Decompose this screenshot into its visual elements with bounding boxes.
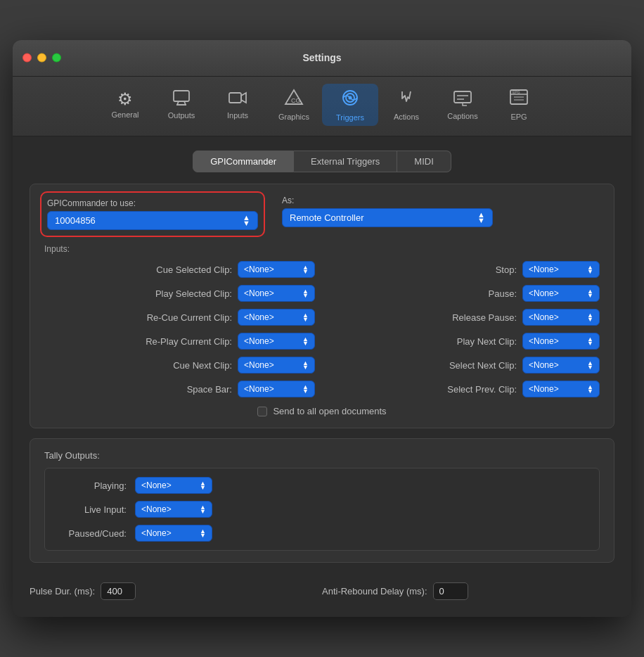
toolbar-item-epg[interactable]: EPG EPG — [491, 84, 547, 125]
tab-external-triggers[interactable]: External Triggers — [294, 151, 397, 172]
svg-rect-0 — [174, 91, 189, 101]
label-stop: Stop: — [496, 264, 517, 275]
triggers-icon — [340, 88, 360, 110]
chevron-play-selected: ▲▼ — [302, 289, 309, 298]
as-field: As: Remote Controller ▲▼ — [282, 196, 493, 227]
tally-label-paused-cued: Paused/Cued: — [56, 528, 127, 539]
label-cue-selected-clip: Cue Selected Clip: — [156, 264, 232, 275]
label-replay-current-clip: Re-Play Current Clip: — [146, 336, 232, 347]
tally-grid: Playing: <None> ▲▼ Live Input: <None> ▲▼ — [44, 468, 600, 551]
toolbar-item-actions[interactable]: Actions — [378, 84, 434, 125]
label-play-next-clip: Play Next Clip: — [457, 336, 517, 347]
gpi-commander-section: GPICommander to use: 10004856 ▲▼ As: Rem… — [30, 184, 614, 428]
chevron-stop: ▲▼ — [587, 265, 593, 274]
inputs-label: Inputs: — [44, 244, 600, 254]
send-all-label: Send to all open documents — [273, 406, 386, 416]
gpi-commander-select[interactable]: 10004856 ▲▼ — [47, 211, 258, 230]
label-select-prev-clip: Select Prev. Clip: — [447, 384, 517, 395]
select-pause[interactable]: <None> ▲▼ — [522, 285, 600, 302]
anti-rebound-field: Anti-Rebound Delay (ms): — [322, 582, 614, 600]
select-tally-paused-cued[interactable]: <None> ▲▼ — [135, 525, 212, 542]
maximize-button[interactable] — [52, 53, 61, 63]
tally-outputs-section: Tally Outputs: Playing: <None> ▲▼ Live I… — [30, 438, 614, 563]
select-release-pause[interactable]: <None> ▲▼ — [522, 309, 600, 326]
as-value: Remote Controller — [290, 212, 477, 223]
chevron-release-pause: ▲▼ — [587, 313, 593, 322]
toolbar-item-inputs[interactable]: Inputs — [210, 86, 266, 124]
svg-marker-5 — [241, 93, 246, 103]
input-row-cue-selected: Cue Selected Clip: <None> ▲▼ — [44, 261, 315, 278]
gear-icon: ⚙ — [117, 91, 133, 108]
toolbar-item-outputs[interactable]: Outputs — [153, 86, 210, 124]
send-all-row: Send to all open documents — [44, 406, 600, 416]
toolbar-item-general[interactable]: ⚙ General — [97, 87, 153, 123]
gpi-commander-value: 10004856 — [55, 215, 243, 226]
pulse-label: Pulse Dur. (ms): — [30, 586, 95, 597]
titlebar: Settings — [13, 40, 631, 77]
tally-label-live-input: Live Input: — [56, 504, 127, 515]
toolbar-label-epg: EPG — [510, 113, 527, 121]
input-row-space-bar: Space Bar: <None> ▲▼ — [44, 381, 315, 397]
val-space-bar: <None> — [244, 384, 302, 394]
select-cue-selected-clip[interactable]: <None> ▲▼ — [238, 261, 315, 278]
input-row-recue: Re-Cue Current Clip: <None> ▲▼ — [44, 309, 315, 326]
input-row-cue-next: Cue Next Clip: <None> ▲▼ — [44, 357, 315, 374]
gpi-top-row: GPICommander to use: 10004856 ▲▼ As: Rem… — [44, 196, 600, 233]
graphics-icon: CG — [284, 89, 304, 110]
chevron-tally-playing: ▲▼ — [200, 481, 206, 490]
outputs-icon — [172, 90, 191, 108]
select-stop[interactable]: <None> ▲▼ — [522, 261, 600, 278]
val-replay-current-clip: <None> — [244, 336, 302, 346]
inputs-grid: Cue Selected Clip: <None> ▲▼ Stop: <None… — [44, 261, 600, 397]
close-button[interactable] — [22, 53, 32, 63]
label-play-selected-clip: Play Selected Clip: — [155, 288, 232, 299]
minimize-button[interactable] — [37, 53, 46, 63]
chevron-updown-icon2: ▲▼ — [477, 212, 485, 223]
val-tally-paused-cued: <None> — [141, 528, 200, 538]
svg-text:EPG: EPG — [513, 90, 520, 94]
anti-rebound-input[interactable] — [433, 582, 468, 600]
select-space-bar[interactable]: <None> ▲▼ — [238, 381, 315, 397]
select-tally-playing[interactable]: <None> ▲▼ — [135, 477, 212, 494]
tally-row-live-input: Live Input: <None> ▲▼ — [56, 501, 588, 518]
val-play-next-clip: <None> — [529, 336, 587, 346]
select-recue-current-clip[interactable]: <None> ▲▼ — [238, 309, 315, 326]
svg-rect-4 — [229, 93, 241, 103]
chevron-cue-selected: ▲▼ — [302, 265, 309, 274]
select-tally-live-input[interactable]: <None> ▲▼ — [135, 501, 212, 518]
chevron-select-prev: ▲▼ — [587, 385, 593, 394]
val-select-next-clip: <None> — [529, 360, 587, 370]
tally-outputs-label: Tally Outputs: — [44, 450, 600, 461]
toolbar-item-captions[interactable]: Captions — [434, 85, 491, 125]
tab-bar: GPICommander External Triggers MIDI — [30, 151, 614, 172]
actions-icon — [397, 89, 416, 110]
select-select-next-clip[interactable]: <None> ▲▼ — [522, 357, 600, 374]
val-stop: <None> — [529, 264, 587, 274]
pulse-input[interactable] — [101, 582, 136, 600]
toolbar-label-actions: Actions — [394, 113, 419, 121]
toolbar-label-general: General — [111, 110, 139, 119]
toolbar-item-triggers[interactable]: Triggers — [322, 84, 378, 126]
select-play-selected-clip[interactable]: <None> ▲▼ — [238, 285, 315, 302]
input-row-select-next-clip: Select Next Clip: <None> ▲▼ — [329, 357, 600, 374]
chevron-cue-next: ▲▼ — [302, 361, 309, 370]
select-replay-current-clip[interactable]: <None> ▲▼ — [238, 333, 315, 350]
send-all-checkbox[interactable] — [257, 407, 267, 416]
chevron-recue: ▲▼ — [302, 313, 309, 322]
svg-rect-11 — [454, 91, 471, 103]
val-select-prev-clip: <None> — [529, 384, 587, 394]
as-select[interactable]: Remote Controller ▲▼ — [282, 208, 493, 227]
val-tally-live-input: <None> — [141, 504, 200, 514]
val-recue-current-clip: <None> — [244, 312, 302, 322]
select-play-next-clip[interactable]: <None> ▲▼ — [522, 333, 600, 350]
toolbar-label-captions: Captions — [447, 112, 477, 120]
toolbar-item-graphics[interactable]: CG Graphics — [266, 84, 322, 125]
tab-midi[interactable]: MIDI — [397, 151, 451, 172]
select-cue-next-clip[interactable]: <None> ▲▼ — [238, 357, 315, 374]
tab-gpicommander[interactable]: GPICommander — [193, 151, 294, 172]
input-row-play-next-clip: Play Next Clip: <None> ▲▼ — [329, 333, 600, 350]
val-tally-playing: <None> — [141, 480, 200, 490]
chevron-updown-icon: ▲▼ — [243, 215, 250, 226]
input-row-pause: Pause: <None> ▲▼ — [329, 285, 600, 302]
select-select-prev-clip[interactable]: <None> ▲▼ — [522, 381, 600, 397]
